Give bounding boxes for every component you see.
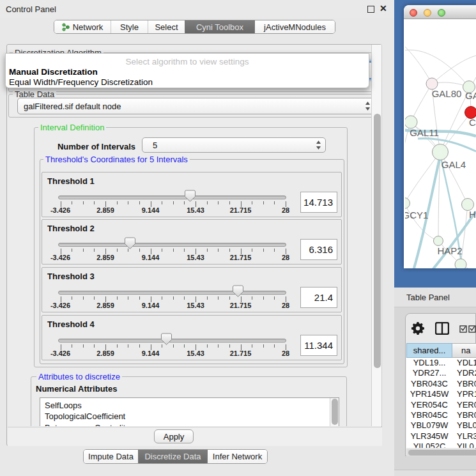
number-of-intervals-value: 5 (153, 141, 157, 150)
tick-label: -3.426 (42, 349, 80, 357)
tick-label: 28 (266, 254, 305, 261)
tab-style[interactable]: Style (111, 20, 148, 33)
bottom-tabs: Impute Data Discretize Data Infer Networ… (83, 449, 268, 464)
scroll-viewport: Discretization Algorithm Table Data galF… (7, 45, 371, 426)
tick-label: 9.144 (132, 254, 170, 261)
threshold-value-field[interactable]: 21.4 (300, 287, 337, 308)
minimize-traffic-light-icon[interactable] (424, 9, 431, 17)
network-canvas[interactable]: GAL80GACGAL11GAL4GCY1HHAP2 (405, 20, 476, 268)
table-row[interactable]: YIL052CYIL0 (406, 441, 476, 448)
tab-select-label: Select (155, 22, 178, 32)
network-node[interactable] (405, 198, 410, 209)
table-row[interactable]: YBL079WYBL0 (406, 420, 476, 431)
network-view-window: GAL80GACGAL11GAL4GCY1HHAP2 (404, 5, 476, 268)
threshold-value-field[interactable]: 14.713 (300, 192, 337, 213)
zoom-traffic-light-icon[interactable] (438, 9, 445, 17)
table-rows: YDL19...YDL1YDR27...YDR2YBR043CYBR0YPR14… (406, 358, 476, 448)
panel-scrollbar[interactable] (371, 45, 382, 426)
desktop-background: GAL80GACGAL11GAL4GCY1HHAP2 (394, 0, 476, 288)
tick-label: 2.859 (86, 302, 125, 309)
threshold-value-field[interactable]: 11.344 (300, 335, 337, 356)
attributes-group-title: Attributes to discretize (36, 372, 122, 381)
control-panel-tabs: Network Style Select Cyni Toolbox jActiv… (54, 20, 335, 34)
tab-cyni-toolbox[interactable]: Cyni Toolbox (185, 20, 254, 33)
network-window-titlebar[interactable] (404, 5, 476, 19)
select-columns-icon[interactable] (459, 325, 476, 333)
gear-icon[interactable] (411, 322, 424, 335)
table-row[interactable]: YLR345WYLR3 (406, 431, 476, 441)
tick-label: 21.715 (222, 206, 260, 214)
popup-item-equal-width[interactable]: Equal Width/Frequency Discretization (6, 77, 369, 87)
threshold-box-4: Threshold 4-3.4262.8599.14415.4321.71528… (42, 315, 342, 360)
float-window-icon[interactable] (367, 6, 374, 13)
network-node[interactable] (455, 259, 466, 268)
table-row[interactable]: YBR043CYBR0 (406, 379, 476, 389)
table-data-combobox[interactable]: galFiltered.sif default node (17, 98, 371, 114)
number-of-intervals-combobox[interactable]: 5 (142, 137, 326, 153)
tab-jactivemnodules-label: jActiveMNodules (264, 22, 326, 32)
attribute-list-item[interactable]: BetweennessCentrality (40, 422, 339, 426)
tick-label: -3.426 (42, 206, 80, 214)
attribute-list-item[interactable]: SelfLoops (40, 400, 339, 411)
number-of-intervals-label: Number of Intervals (40, 142, 135, 151)
tab-network-label: Network (73, 22, 104, 32)
list-scrollbar[interactable] (330, 398, 339, 426)
tab-select[interactable]: Select (148, 20, 185, 33)
threshold-slider-thumb[interactable] (232, 285, 244, 298)
attributes-group: Attributes to discretize Numerical Attri… (31, 376, 347, 426)
threshold-slider-thumb[interactable] (160, 333, 173, 346)
control-panel-titlebar: Control Panel ✕ (0, 0, 394, 18)
column-header-name[interactable]: na (452, 343, 476, 358)
network-node[interactable] (405, 116, 417, 128)
tick-label: 15.43 (176, 206, 215, 214)
column-header-shared-name[interactable]: shared... (406, 343, 452, 358)
tab-network[interactable]: Network (54, 20, 111, 33)
tab-impute-data[interactable]: Impute Data (84, 450, 138, 463)
popup-item-manual-discretization[interactable]: Manual Discretization (6, 67, 369, 77)
split-columns-icon[interactable] (435, 322, 449, 335)
table-horizontal-scrollbar[interactable] (406, 449, 476, 456)
network-node-label: GAL11 (410, 127, 439, 138)
threshold-slider-track[interactable] (58, 196, 286, 199)
apply-row: Apply (8, 427, 382, 446)
tab-discretize-data[interactable]: Discretize Data (138, 450, 207, 463)
attribute-list-item[interactable]: TopologicalCoefficient (40, 411, 339, 422)
threshold-box-3: Threshold 3-3.4262.8599.14415.4321.71528… (42, 267, 342, 312)
table-row[interactable]: YDL19...YDL1 (406, 358, 476, 368)
threshold-label: Threshold 3 (47, 272, 95, 281)
close-traffic-light-icon[interactable] (410, 9, 417, 17)
close-icon[interactable]: ✕ (380, 3, 387, 13)
threshold-box-1: Threshold 1-3.4262.8599.14415.4321.71528… (42, 172, 342, 217)
network-node[interactable] (434, 236, 443, 246)
network-node-label: H (469, 209, 476, 220)
threshold-slider-thumb[interactable] (184, 190, 196, 203)
interval-definition-group: Interval Definition Number of Intervals … (34, 127, 348, 367)
table-row[interactable]: YBR045CYBR0 (406, 410, 476, 420)
network-node-label: GA (465, 90, 476, 101)
threshold-value-field[interactable]: 6.316 (300, 239, 337, 260)
thresholds-group: Threshold's Coordinates for 5 Intervals … (40, 159, 344, 364)
network-edge[interactable] (405, 40, 432, 84)
tick-label: 15.43 (176, 254, 215, 261)
table-row[interactable]: YPR145WYPR1 (406, 389, 476, 399)
table-row[interactable]: YER054CYER0 (406, 400, 476, 410)
tab-infer-network[interactable]: Infer Network (207, 450, 267, 463)
threshold-slider-thumb[interactable] (124, 237, 136, 250)
threshold-slider-track[interactable] (58, 291, 286, 295)
thresholds-group-title: Threshold's Coordinates for 5 Intervals (43, 155, 190, 164)
popup-item-placeholder[interactable]: Select algorithm to view settings (6, 57, 369, 66)
threshold-slider-track[interactable] (58, 243, 286, 247)
network-edge[interactable] (432, 56, 476, 84)
tick-label: 28 (266, 302, 305, 309)
network-node[interactable] (433, 144, 449, 160)
tab-jactivemnodules[interactable]: jActiveMNodules (254, 20, 335, 33)
table-panel-titlebar: Table Panel (394, 288, 476, 307)
tick-label: 9.144 (132, 302, 170, 309)
control-panel-title: Control Panel (6, 4, 56, 14)
tick-label: 21.715 (222, 349, 260, 357)
numerical-attributes-list[interactable]: SelfLoopsTopologicalCoefficientBetweenne… (40, 397, 339, 426)
algorithm-dropdown-popup: Select algorithm to view settings Manual… (5, 53, 369, 88)
tick-label: 2.859 (86, 206, 125, 214)
apply-button[interactable]: Apply (154, 429, 194, 443)
table-row[interactable]: YDR27...YDR2 (406, 368, 476, 378)
